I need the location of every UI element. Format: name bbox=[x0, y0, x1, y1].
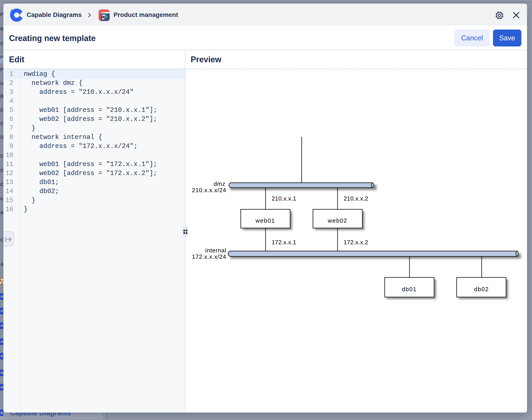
svg-text:web02: web02 bbox=[328, 217, 348, 224]
svg-text:210.x.x.x/24: 210.x.x.x/24 bbox=[192, 187, 226, 194]
svg-text:172.x.x.x/24: 172.x.x.x/24 bbox=[192, 253, 226, 260]
svg-text:172.x.x.1: 172.x.x.1 bbox=[272, 239, 296, 246]
svg-text:210.x.x.2: 210.x.x.2 bbox=[344, 195, 368, 202]
svg-text:210.x.x.1: 210.x.x.1 bbox=[272, 195, 296, 202]
svg-text:172.x.x.2: 172.x.x.2 bbox=[344, 239, 368, 246]
svg-text:web01: web01 bbox=[255, 217, 275, 224]
svg-text:internal: internal bbox=[205, 247, 226, 254]
svg-text:db01: db01 bbox=[402, 286, 417, 293]
svg-text:dmz: dmz bbox=[214, 180, 225, 187]
svg-text:db02: db02 bbox=[474, 286, 489, 293]
